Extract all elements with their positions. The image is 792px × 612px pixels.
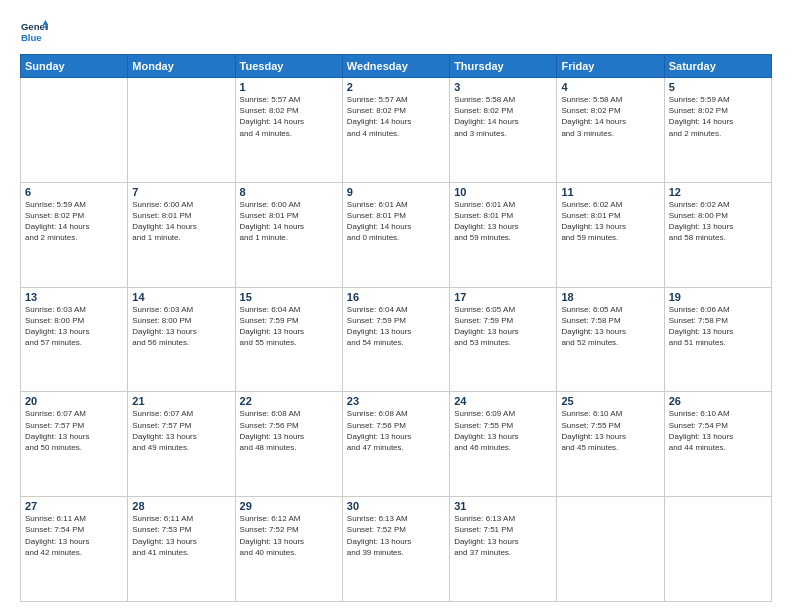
header: General Blue [20,18,772,46]
day-number: 23 [347,395,445,407]
calendar-cell: 1Sunrise: 5:57 AM Sunset: 8:02 PM Daylig… [235,78,342,183]
day-number: 20 [25,395,123,407]
calendar-cell: 5Sunrise: 5:59 AM Sunset: 8:02 PM Daylig… [664,78,771,183]
day-info: Sunrise: 6:12 AM Sunset: 7:52 PM Dayligh… [240,513,338,558]
calendar-cell: 24Sunrise: 6:09 AM Sunset: 7:55 PM Dayli… [450,392,557,497]
day-number: 16 [347,291,445,303]
day-info: Sunrise: 6:10 AM Sunset: 7:54 PM Dayligh… [669,408,767,453]
calendar-week-row: 13Sunrise: 6:03 AM Sunset: 8:00 PM Dayli… [21,287,772,392]
calendar-cell: 22Sunrise: 6:08 AM Sunset: 7:56 PM Dayli… [235,392,342,497]
day-info: Sunrise: 6:02 AM Sunset: 8:01 PM Dayligh… [561,199,659,244]
calendar-cell: 12Sunrise: 6:02 AM Sunset: 8:00 PM Dayli… [664,182,771,287]
weekday-header: Tuesday [235,55,342,78]
calendar-cell: 20Sunrise: 6:07 AM Sunset: 7:57 PM Dayli… [21,392,128,497]
day-info: Sunrise: 6:06 AM Sunset: 7:58 PM Dayligh… [669,304,767,349]
weekday-header: Thursday [450,55,557,78]
calendar-cell: 25Sunrise: 6:10 AM Sunset: 7:55 PM Dayli… [557,392,664,497]
calendar-cell: 26Sunrise: 6:10 AM Sunset: 7:54 PM Dayli… [664,392,771,497]
calendar-cell: 28Sunrise: 6:11 AM Sunset: 7:53 PM Dayli… [128,497,235,602]
day-number: 5 [669,81,767,93]
day-info: Sunrise: 6:05 AM Sunset: 7:58 PM Dayligh… [561,304,659,349]
calendar-cell [557,497,664,602]
weekday-header: Sunday [21,55,128,78]
weekday-header: Wednesday [342,55,449,78]
calendar-week-row: 27Sunrise: 6:11 AM Sunset: 7:54 PM Dayli… [21,497,772,602]
calendar-cell: 18Sunrise: 6:05 AM Sunset: 7:58 PM Dayli… [557,287,664,392]
day-info: Sunrise: 6:07 AM Sunset: 7:57 PM Dayligh… [132,408,230,453]
calendar-cell: 21Sunrise: 6:07 AM Sunset: 7:57 PM Dayli… [128,392,235,497]
svg-text:Blue: Blue [21,32,42,43]
day-info: Sunrise: 6:09 AM Sunset: 7:55 PM Dayligh… [454,408,552,453]
day-info: Sunrise: 6:03 AM Sunset: 8:00 PM Dayligh… [132,304,230,349]
calendar-cell: 27Sunrise: 6:11 AM Sunset: 7:54 PM Dayli… [21,497,128,602]
day-number: 15 [240,291,338,303]
day-info: Sunrise: 5:58 AM Sunset: 8:02 PM Dayligh… [454,94,552,139]
calendar-cell: 10Sunrise: 6:01 AM Sunset: 8:01 PM Dayli… [450,182,557,287]
day-info: Sunrise: 6:11 AM Sunset: 7:53 PM Dayligh… [132,513,230,558]
calendar-cell: 3Sunrise: 5:58 AM Sunset: 8:02 PM Daylig… [450,78,557,183]
calendar-cell: 6Sunrise: 5:59 AM Sunset: 8:02 PM Daylig… [21,182,128,287]
weekday-header-row: SundayMondayTuesdayWednesdayThursdayFrid… [21,55,772,78]
calendar-week-row: 6Sunrise: 5:59 AM Sunset: 8:02 PM Daylig… [21,182,772,287]
calendar-cell: 30Sunrise: 6:13 AM Sunset: 7:52 PM Dayli… [342,497,449,602]
day-number: 13 [25,291,123,303]
calendar-cell: 16Sunrise: 6:04 AM Sunset: 7:59 PM Dayli… [342,287,449,392]
day-info: Sunrise: 5:57 AM Sunset: 8:02 PM Dayligh… [240,94,338,139]
calendar-cell: 17Sunrise: 6:05 AM Sunset: 7:59 PM Dayli… [450,287,557,392]
day-info: Sunrise: 6:08 AM Sunset: 7:56 PM Dayligh… [347,408,445,453]
calendar-cell [21,78,128,183]
calendar-table: SundayMondayTuesdayWednesdayThursdayFrid… [20,54,772,602]
calendar-cell: 8Sunrise: 6:00 AM Sunset: 8:01 PM Daylig… [235,182,342,287]
calendar-cell [664,497,771,602]
day-number: 3 [454,81,552,93]
calendar-cell: 15Sunrise: 6:04 AM Sunset: 7:59 PM Dayli… [235,287,342,392]
calendar-cell: 7Sunrise: 6:00 AM Sunset: 8:01 PM Daylig… [128,182,235,287]
day-number: 25 [561,395,659,407]
day-number: 22 [240,395,338,407]
day-info: Sunrise: 6:01 AM Sunset: 8:01 PM Dayligh… [347,199,445,244]
day-number: 8 [240,186,338,198]
day-number: 11 [561,186,659,198]
day-info: Sunrise: 5:59 AM Sunset: 8:02 PM Dayligh… [25,199,123,244]
day-number: 2 [347,81,445,93]
day-number: 1 [240,81,338,93]
day-info: Sunrise: 5:59 AM Sunset: 8:02 PM Dayligh… [669,94,767,139]
day-number: 30 [347,500,445,512]
day-number: 21 [132,395,230,407]
weekday-header: Friday [557,55,664,78]
day-info: Sunrise: 6:04 AM Sunset: 7:59 PM Dayligh… [347,304,445,349]
day-info: Sunrise: 6:13 AM Sunset: 7:52 PM Dayligh… [347,513,445,558]
day-number: 17 [454,291,552,303]
calendar-cell: 13Sunrise: 6:03 AM Sunset: 8:00 PM Dayli… [21,287,128,392]
calendar-cell: 23Sunrise: 6:08 AM Sunset: 7:56 PM Dayli… [342,392,449,497]
day-info: Sunrise: 6:04 AM Sunset: 7:59 PM Dayligh… [240,304,338,349]
day-number: 19 [669,291,767,303]
day-number: 28 [132,500,230,512]
day-info: Sunrise: 6:02 AM Sunset: 8:00 PM Dayligh… [669,199,767,244]
calendar-week-row: 1Sunrise: 5:57 AM Sunset: 8:02 PM Daylig… [21,78,772,183]
weekday-header: Saturday [664,55,771,78]
day-info: Sunrise: 5:57 AM Sunset: 8:02 PM Dayligh… [347,94,445,139]
day-number: 31 [454,500,552,512]
day-info: Sunrise: 6:00 AM Sunset: 8:01 PM Dayligh… [240,199,338,244]
calendar-cell: 2Sunrise: 5:57 AM Sunset: 8:02 PM Daylig… [342,78,449,183]
day-number: 7 [132,186,230,198]
day-number: 26 [669,395,767,407]
day-number: 14 [132,291,230,303]
logo-icon: General Blue [20,18,48,46]
day-number: 18 [561,291,659,303]
day-number: 9 [347,186,445,198]
calendar-cell: 29Sunrise: 6:12 AM Sunset: 7:52 PM Dayli… [235,497,342,602]
day-info: Sunrise: 5:58 AM Sunset: 8:02 PM Dayligh… [561,94,659,139]
day-number: 10 [454,186,552,198]
day-number: 29 [240,500,338,512]
day-info: Sunrise: 6:03 AM Sunset: 8:00 PM Dayligh… [25,304,123,349]
day-info: Sunrise: 6:05 AM Sunset: 7:59 PM Dayligh… [454,304,552,349]
calendar-cell: 31Sunrise: 6:13 AM Sunset: 7:51 PM Dayli… [450,497,557,602]
calendar-cell: 19Sunrise: 6:06 AM Sunset: 7:58 PM Dayli… [664,287,771,392]
day-info: Sunrise: 6:01 AM Sunset: 8:01 PM Dayligh… [454,199,552,244]
calendar-cell: 4Sunrise: 5:58 AM Sunset: 8:02 PM Daylig… [557,78,664,183]
calendar-cell: 11Sunrise: 6:02 AM Sunset: 8:01 PM Dayli… [557,182,664,287]
calendar-week-row: 20Sunrise: 6:07 AM Sunset: 7:57 PM Dayli… [21,392,772,497]
day-info: Sunrise: 6:00 AM Sunset: 8:01 PM Dayligh… [132,199,230,244]
